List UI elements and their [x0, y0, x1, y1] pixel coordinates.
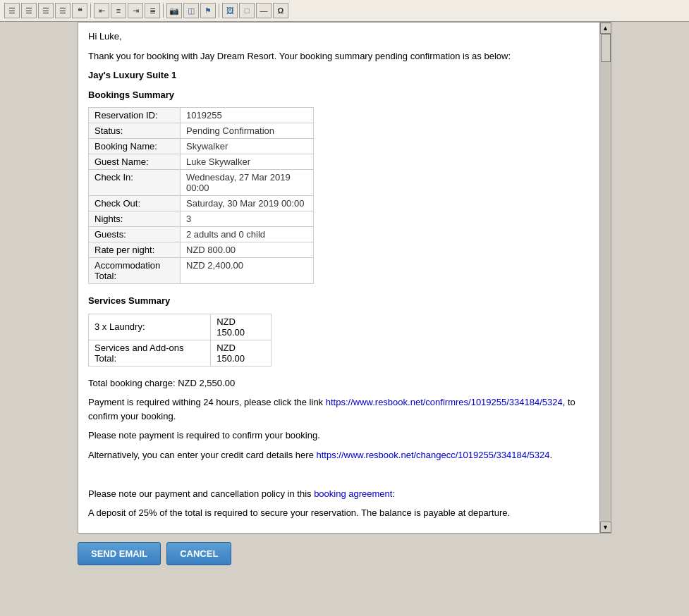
button-bar: SEND EMAIL CANCEL: [0, 534, 689, 574]
spacer: [88, 467, 590, 481]
table-row: Check In: Wednesday, 27 Mar 2019 00:00: [89, 170, 314, 196]
bookings-summary-heading: Bookings Summary: [88, 88, 590, 102]
media-table-icon[interactable]: □: [239, 3, 255, 18]
toolbar-separator-3: [219, 4, 219, 18]
table-label: Check In:: [89, 170, 181, 196]
total-charge: Total booking charge: NZD 2,550.00: [88, 376, 590, 390]
services-heading: Services Summary: [88, 294, 590, 308]
increase-indent-icon[interactable]: ☰: [55, 3, 71, 18]
table-row: Nights: 3: [89, 211, 314, 227]
table-label: Rate per night:: [89, 242, 181, 258]
property-name: Jay's Luxury Suite 1: [88, 68, 590, 82]
align-center-icon[interactable]: ≡: [111, 3, 126, 18]
unordered-list-icon[interactable]: ☰: [21, 3, 37, 18]
toolbar-separator-1: [90, 4, 91, 18]
booking-agreement-link[interactable]: booking agreement: [314, 488, 392, 499]
table-label: Guests:: [89, 227, 181, 242]
table-label: Booking Name:: [89, 139, 181, 154]
table-row: Status: Pending Confirmation: [89, 123, 314, 139]
horizontal-rule-icon[interactable]: ―: [256, 3, 272, 18]
scroll-down-arrow[interactable]: ▼: [600, 522, 611, 533]
payment-line1: Payment is required withing 24 hours, pl…: [88, 395, 590, 423]
payment-line2: Please note payment is required to confi…: [88, 429, 590, 443]
table-row: Services and Add-ons Total: NZD 150.00: [89, 340, 272, 366]
table-value-guests: 2 adults and 0 child: [181, 227, 314, 242]
table-value: 1019255: [181, 108, 314, 123]
flag-icon[interactable]: ⚑: [200, 3, 216, 18]
service-total-label: Services and Add-ons Total:: [89, 340, 211, 366]
scroll-track: [600, 34, 611, 522]
confirm-link[interactable]: https://www.resbook.net/confirmres/10192…: [326, 397, 563, 407]
table-row: Guest Name: Luke Skywalker: [89, 154, 314, 170]
insert-image-icon[interactable]: 📷: [166, 3, 182, 18]
special-char-icon[interactable]: Ω: [273, 3, 288, 18]
send-email-button[interactable]: SEND EMAIL: [78, 542, 161, 565]
outer-container: ☰ ☰ ☰ ☰ ❝ ⇤ ≡ ⇥ ≣ 📷 ◫ ⚑ 🖼 □ ― Ω ▲ ▼: [0, 0, 689, 616]
policy-detail: A deposit of 25% of the total is require…: [88, 506, 590, 520]
ordered-list-icon[interactable]: ☰: [4, 3, 20, 18]
editor-content[interactable]: Hi Luke, Thank you for booking with Jay …: [78, 23, 599, 533]
table-label: Status:: [89, 123, 181, 139]
table-label: Reservation ID:: [89, 108, 181, 123]
toolbar-separator-2: [163, 4, 164, 18]
table-value-rate: NZD 800.00: [181, 242, 314, 258]
table-row: Guests: 2 adults and 0 child: [89, 227, 314, 242]
cancel-button[interactable]: CANCEL: [166, 542, 231, 565]
align-justify-icon[interactable]: ≣: [145, 3, 160, 18]
table-value-nights: 3: [181, 211, 314, 227]
editor-scrollbar[interactable]: ▲ ▼: [599, 23, 611, 533]
table-value-accom-total: NZD 2,400.00: [181, 258, 314, 284]
policy-heading: Please note our payment and cancellation…: [88, 487, 590, 501]
align-left-icon[interactable]: ⇤: [94, 3, 109, 18]
service-total-value: NZD 150.00: [211, 340, 272, 366]
table-value-checkout: Saturday, 30 Mar 2019 00:00: [181, 196, 314, 211]
bookings-table: Reservation ID: 1019255 Status: Pending …: [88, 107, 314, 284]
table-label: Check Out:: [89, 196, 181, 211]
media-image-icon[interactable]: 🖼: [222, 3, 238, 18]
align-right-icon[interactable]: ⇥: [128, 3, 143, 18]
table-row: Accommodation Total: NZD 2,400.00: [89, 258, 314, 284]
table-label: Accommodation Total:: [89, 258, 181, 284]
table-row: Booking Name: Skywalker: [89, 139, 314, 154]
table-label: Nights:: [89, 211, 181, 227]
services-table: 3 x Laundry: NZD 150.00 Services and Add…: [88, 314, 272, 366]
table-value-checkin: Wednesday, 27 Mar 2019 00:00: [181, 170, 314, 196]
service-value: NZD 150.00: [211, 314, 272, 340]
intro-text: Thank you for booking with Jay Dream Res…: [88, 49, 590, 63]
editor-toolbar: ☰ ☰ ☰ ☰ ❝ ⇤ ≡ ⇥ ≣ 📷 ◫ ⚑ 🖼 □ ― Ω: [0, 0, 689, 22]
table-row: Reservation ID: 1019255: [89, 108, 314, 123]
greeting: Hi Luke,: [88, 30, 590, 44]
changecc-link[interactable]: https://www.resbook.net/changecc/1019255…: [316, 450, 549, 460]
table-row: Check Out: Saturday, 30 Mar 2019 00:00: [89, 196, 314, 211]
table-row: Rate per night: NZD 800.00: [89, 242, 314, 258]
table-row: 3 x Laundry: NZD 150.00: [89, 314, 272, 340]
blockquote-icon[interactable]: ❝: [72, 3, 87, 18]
editor-wrapper: ▲ ▼ Hi Luke, Thank you for booking with …: [78, 22, 611, 534]
alt-payment-text: Alternatively, you can enter your credit…: [88, 448, 590, 462]
table-value-booking-name: Skywalker: [181, 139, 314, 154]
table-value-guest-name: Luke Skywalker: [181, 154, 314, 170]
scroll-up-arrow[interactable]: ▲: [600, 23, 611, 34]
insert-table-icon[interactable]: ◫: [183, 3, 199, 18]
decrease-indent-icon[interactable]: ☰: [38, 3, 54, 18]
scroll-thumb[interactable]: [601, 34, 611, 62]
table-value-status: Pending Confirmation: [181, 123, 314, 139]
service-label: 3 x Laundry:: [89, 314, 211, 340]
table-label: Guest Name:: [89, 154, 181, 170]
